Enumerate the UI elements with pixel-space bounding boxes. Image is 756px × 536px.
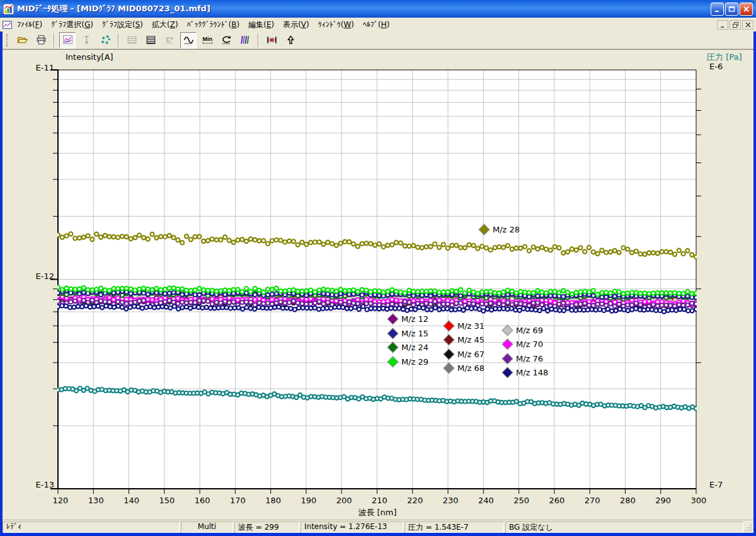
legend-item-mz76: M/z 76: [503, 354, 543, 363]
legend-item-mz68: M/z 68: [444, 363, 484, 373]
x-tick-label-260: 260: [546, 496, 568, 505]
graph-display-button[interactable]: [59, 32, 76, 48]
menu-item-3[interactable]: 拡大(Z): [147, 18, 183, 31]
menu-items: ﾌｧｲﾙ(F)ｸﾞﾗﾌ選択(G)ｸﾞﾗﾌ設定(S)拡大(Z)ﾊﾞｯｸｸﾞﾗｳﾝﾄ…: [13, 18, 716, 31]
celsius-button: C°: [161, 32, 178, 48]
minimize-button[interactable]: [711, 3, 724, 16]
x-tick-label-130: 130: [85, 496, 106, 505]
legend-item-mz24-label: M/z 24: [401, 343, 428, 352]
diamond-marker-icon: [388, 343, 398, 353]
diamond-marker-icon: [444, 350, 454, 360]
diamond-marker-icon: [503, 368, 513, 378]
menu-item-0[interactable]: ﾌｧｲﾙ(F): [13, 19, 47, 30]
legend-item-mz12-label: M/z 12: [401, 314, 428, 324]
x-tick-label-230: 230: [440, 496, 461, 505]
svg-text:Min: Min: [202, 36, 212, 42]
legend-item-mz15: M/z 15: [388, 329, 428, 338]
x-tick-label-190: 190: [298, 496, 319, 505]
legend-item-mz31-label: M/z 31: [457, 321, 484, 331]
open-button[interactable]: [14, 32, 30, 48]
status-panel-1: Multi: [181, 522, 233, 533]
data-points-button[interactable]: [97, 32, 113, 48]
min-scale-button[interactable]: Min: [199, 32, 215, 48]
maximize-button[interactable]: [725, 3, 738, 16]
x-tick-label-180: 180: [263, 496, 284, 505]
toolbar-grip[interactable]: [6, 34, 8, 47]
legend-item-mz70: M/z 70: [503, 339, 543, 349]
diamond-marker-icon: [444, 321, 454, 331]
resize-grip[interactable]: [745, 524, 753, 532]
min-scale-icon: Min: [202, 35, 213, 45]
redraw-button[interactable]: [218, 32, 234, 48]
diamond-marker-icon: [503, 354, 513, 364]
legend-item-mz12: M/z 12: [388, 314, 428, 324]
menu-item-7[interactable]: ｳｨﾝﾄﾞｳ(W): [314, 19, 358, 30]
close-button[interactable]: [740, 3, 753, 16]
toolbar-separator: [258, 33, 259, 47]
multi-graph-button[interactable]: [237, 32, 253, 48]
x-tick-label-160: 160: [192, 496, 213, 505]
menu-item-8[interactable]: ﾍﾙﾌﾟ(H): [358, 19, 394, 30]
data-points-icon: [100, 35, 111, 45]
data-table-button: [123, 32, 140, 48]
smooth-curve-icon: [183, 35, 194, 45]
toolbar-separator: [54, 33, 55, 47]
menu-item-2[interactable]: ｸﾞﾗﾌ設定(S): [98, 18, 147, 31]
list-table-button[interactable]: [142, 32, 159, 48]
document-graph-icon[interactable]: [2, 20, 13, 30]
left-axis-title: Intensity[A]: [66, 52, 113, 62]
x-tick-label-270: 270: [581, 496, 603, 505]
series-annotation-mz28: M/z 28: [479, 225, 520, 234]
svg-text:C°: C°: [166, 36, 173, 43]
window-border-right: [753, 18, 756, 536]
open-folder-icon: [17, 35, 28, 45]
legend-item-mz29-label: M/z 29: [401, 357, 428, 367]
x-axis-title: 波長 [nm]: [339, 507, 416, 518]
smooth-curve-button[interactable]: [180, 32, 197, 48]
status-panel-5: BG 設定なし: [505, 522, 743, 533]
x-tick-label-280: 280: [617, 496, 638, 505]
window-title: MIDﾃﾞｰﾀ処理 - [MIDｸﾞﾗﾌ MID080723_01.mfd]: [17, 3, 709, 14]
export-up-button[interactable]: [282, 32, 299, 48]
diamond-marker-icon: [503, 339, 513, 350]
status-bar: ﾚﾃﾞｨMulti波長 = 299Intensity = 1.276E-13圧力…: [3, 520, 753, 533]
legend-item-mz76-label: M/z 76: [516, 354, 543, 363]
legend-item-mz45-label: M/z 45: [457, 335, 484, 345]
x-tick-label-300: 300: [688, 496, 709, 505]
mdi-minimize-button[interactable]: [717, 20, 728, 30]
x-tick-label-290: 290: [653, 496, 674, 505]
legend-item-mz148: M/z 148: [503, 368, 548, 377]
x-tick-label-250: 250: [511, 496, 532, 505]
right-axis-label-e6: E-6: [709, 62, 723, 71]
menu-item-5[interactable]: 編集(E): [244, 18, 278, 31]
title-bar[interactable]: MIDﾃﾞｰﾀ処理 - [MIDｸﾞﾗﾌ MID080723_01.mfd]: [0, 0, 756, 18]
diamond-marker-icon: [388, 357, 398, 367]
status-panel-0: ﾚﾃﾞｨ: [3, 522, 180, 533]
legend-item-mz24: M/z 24: [388, 343, 428, 352]
toolbar-separator: [118, 33, 119, 47]
right-axis-label-e7: E-7: [709, 480, 723, 489]
series-annotation-mz28-label: M/z 28: [493, 225, 520, 234]
redraw-icon: [221, 35, 232, 45]
print-button[interactable]: [33, 32, 49, 48]
mid-scatter-chart[interactable]: [3, 50, 753, 520]
status-panel-4: 圧力 = 1.543E-7: [404, 522, 504, 533]
x-tick-label-120: 120: [50, 496, 71, 505]
multi-graph-icon: [240, 35, 251, 45]
mdi-restore-button[interactable]: [730, 20, 741, 30]
legend-item-mz69-label: M/z 69: [516, 326, 543, 335]
x-axis-reset-icon: [266, 35, 277, 45]
chart-panel: Intensity[A] 圧力 [Pa] E-11 E-12 E-13 E-6 …: [3, 49, 753, 520]
toolbar-buttons: C°Min: [13, 32, 300, 48]
x-axis-reset-button[interactable]: [263, 32, 280, 48]
menu-item-4[interactable]: ﾊﾞｯｸｸﾞﾗｳﾝﾄﾞ(B): [183, 19, 244, 30]
menu-item-1[interactable]: ｸﾞﾗﾌ選択(G): [47, 18, 98, 31]
menu-bar: ﾌｧｲﾙ(F)ｸﾞﾗﾌ選択(G)ｸﾞﾗﾌ設定(S)拡大(Z)ﾊﾞｯｸｸﾞﾗｳﾝﾄ…: [0, 18, 756, 31]
menu-item-6[interactable]: 表示(V): [278, 18, 314, 31]
window-border-bottom: [0, 533, 756, 536]
x-tick-label-220: 220: [404, 496, 426, 505]
mdi-close-button[interactable]: [742, 20, 753, 30]
legend-item-mz15-label: M/z 15: [401, 329, 428, 338]
status-panel-2: 波長 = 299: [234, 522, 299, 533]
legend-item-mz70-label: M/z 70: [516, 339, 543, 349]
